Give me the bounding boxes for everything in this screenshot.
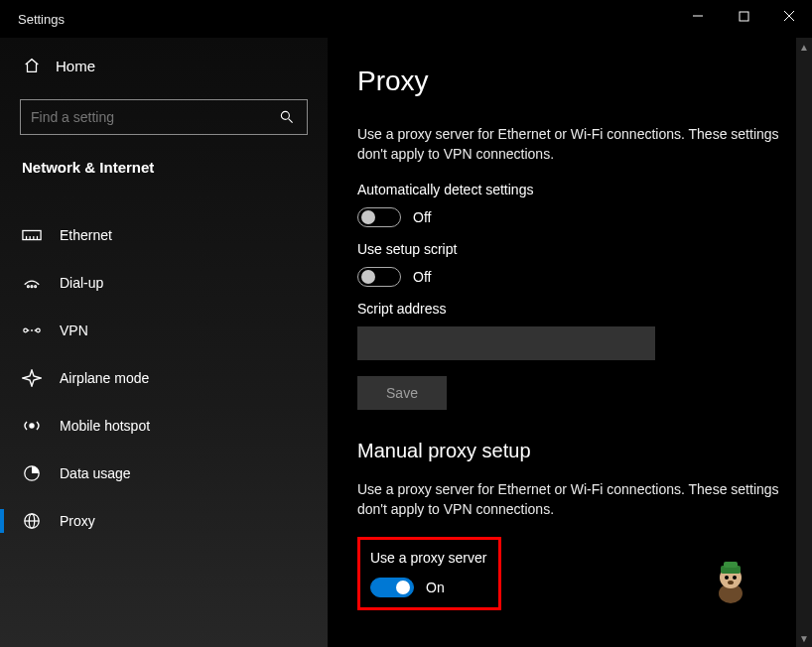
mascot-icon [709,560,752,605]
svg-rect-6 [23,230,41,239]
maximize-button[interactable] [721,0,766,32]
scroll-up-icon[interactable]: ▲ [796,38,812,56]
svg-point-4 [281,111,289,119]
sidebar-item-datausage[interactable]: Data usage [0,450,328,497]
proxy-icon [22,511,42,531]
vpn-icon [22,321,42,340]
script-address-label: Script address [357,301,782,317]
close-button[interactable] [766,0,812,32]
sidebar-item-label: Dial-up [60,275,103,291]
sidebar-item-label: Ethernet [60,227,112,243]
home-button[interactable]: Home [0,46,328,85]
manual-proxy-heading: Manual proxy setup [357,440,782,462]
svg-point-27 [733,576,737,580]
svg-point-15 [37,328,41,332]
sidebar-item-label: Proxy [60,513,95,529]
sidebar-item-label: VPN [60,323,88,338]
svg-point-17 [30,424,34,428]
auto-detect-toggle[interactable] [357,207,401,227]
hotspot-icon [22,416,42,436]
svg-point-11 [27,286,29,288]
home-icon [22,56,42,75]
use-proxy-toggle[interactable] [370,578,414,597]
search-icon [277,107,297,127]
auto-detect-state: Off [413,209,431,225]
scroll-down-icon[interactable]: ▼ [796,629,812,647]
use-proxy-label: Use a proxy server [370,550,486,566]
sidebar-item-proxy[interactable]: Proxy [0,497,328,545]
sidebar-item-dialup[interactable]: Dial-up [0,259,328,307]
sidebar-item-airplane[interactable]: Airplane mode [0,354,328,402]
dialup-icon [22,273,42,293]
home-label: Home [56,58,95,74]
svg-point-14 [24,328,28,332]
sidebar-item-label: Data usage [60,465,131,481]
sidebar-item-vpn[interactable]: VPN [0,307,328,354]
sidebar-item-label: Mobile hotspot [60,418,150,434]
svg-point-12 [31,286,33,288]
main-panel: Proxy Use a proxy server for Ethernet or… [328,38,812,647]
sidebar-item-ethernet[interactable]: Ethernet [0,211,328,259]
save-button[interactable]: Save [357,376,447,410]
sidebar-item-label: Airplane mode [60,370,149,386]
setup-script-state: Off [413,269,431,285]
sidebar-group-title: Network & Internet [0,153,328,190]
proxy-description: Use a proxy server for Ethernet or Wi-Fi… [357,125,782,164]
sidebar-item-hotspot[interactable]: Mobile hotspot [0,402,328,450]
ethernet-icon [22,225,42,245]
svg-line-5 [289,119,293,123]
svg-point-26 [725,576,729,580]
highlight-annotation: Use a proxy server On [357,537,501,610]
airplane-icon [22,368,42,388]
data-usage-icon [22,463,42,483]
search-input[interactable] [31,109,277,125]
svg-rect-1 [740,12,748,21]
minimize-button[interactable] [675,0,721,32]
search-box[interactable] [20,99,308,135]
manual-proxy-description: Use a proxy server for Ethernet or Wi-Fi… [357,480,782,519]
vertical-scrollbar[interactable]: ▲ ▼ [796,38,812,647]
save-button-label: Save [386,385,418,401]
setup-script-toggle[interactable] [357,267,401,287]
svg-rect-25 [724,562,738,568]
window-title: Settings [18,12,65,27]
script-address-input[interactable] [357,326,655,360]
use-proxy-state: On [426,580,445,595]
svg-point-28 [728,581,734,584]
auto-detect-label: Automatically detect settings [357,182,782,197]
page-title: Proxy [357,65,782,97]
window-controls [675,0,812,32]
svg-point-13 [35,286,37,288]
sidebar: Home Network & Internet Ethernet Dial-up [0,38,328,647]
setup-script-label: Use setup script [357,241,782,257]
